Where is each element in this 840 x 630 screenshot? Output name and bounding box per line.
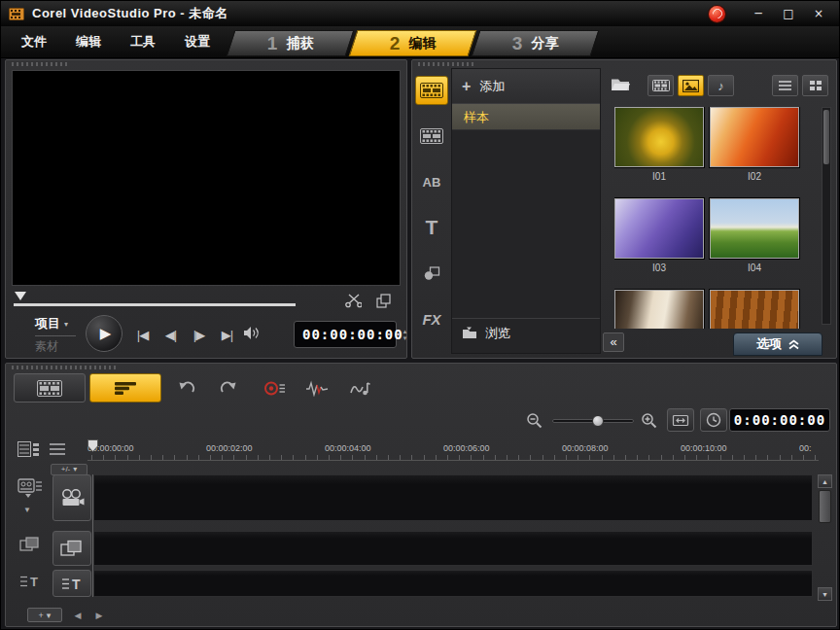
zoom-out-button[interactable] [521, 408, 546, 432]
enlarge-preview-button[interactable] [376, 294, 391, 308]
menu-edit[interactable]: 编辑 [61, 33, 116, 51]
clock-icon [706, 412, 721, 428]
title-track-lane[interactable] [93, 570, 813, 597]
corel-logo-icon [709, 6, 725, 22]
thumbnail-item[interactable]: I01 [614, 107, 704, 189]
menu-tools[interactable]: 工具 [116, 33, 170, 51]
scroll-right-button[interactable]: ▶ [91, 609, 107, 622]
zoom-slider[interactable] [552, 419, 634, 423]
transition-tab[interactable]: AB [415, 167, 448, 196]
timeline-ruler[interactable]: 00:00:00:00 00:00:02:00 00:00:04:00 00:0… [88, 439, 819, 461]
fit-to-window-icon [672, 413, 689, 428]
category-item-sample[interactable]: 样本 [452, 104, 600, 130]
menu-file[interactable]: 文件 [7, 33, 61, 51]
add-category-button[interactable]: + 添加 [452, 69, 600, 104]
play-button[interactable]: ▶ [86, 315, 122, 352]
maximize-button[interactable]: □ [776, 5, 801, 22]
filter-tab[interactable]: FX [415, 304, 448, 333]
gallery-scrollbar[interactable] [822, 107, 831, 325]
split-clip-button[interactable] [345, 294, 362, 308]
video-track-lane[interactable] [93, 474, 813, 521]
zoom-slider-handle[interactable] [592, 415, 604, 427]
zoom-out-icon [526, 412, 542, 429]
menu-settings[interactable]: 设置 [170, 33, 225, 51]
thumbnail-item-partial[interactable] [614, 290, 704, 329]
thumbnail-item[interactable]: I03 [614, 198, 704, 280]
timeline-timecode[interactable]: 0:00:00:00 [729, 408, 830, 432]
go-to-end-button[interactable]: ▶| [213, 324, 241, 345]
thumbnail-image-landscape[interactable] [710, 198, 799, 259]
media-library-tab[interactable] [415, 76, 448, 105]
redo-button[interactable] [210, 375, 245, 401]
next-frame-button[interactable]: |▶ [185, 324, 213, 345]
minimize-button[interactable]: ─ [746, 5, 771, 22]
zoom-in-button[interactable] [636, 408, 661, 432]
track-list-button[interactable] [49, 441, 66, 457]
photo-filter-button[interactable] [678, 75, 704, 96]
video-track-rail-button[interactable] [18, 478, 43, 500]
timeline-icon [114, 380, 137, 396]
video-track-header[interactable] [52, 474, 91, 521]
collapse-library-button[interactable]: « [603, 332, 624, 352]
timeline-scrollbar[interactable]: ▲ ▼ [818, 474, 832, 601]
graphic-tab[interactable] [415, 259, 448, 288]
overlay-track-lane[interactable] [93, 531, 813, 566]
title-tab[interactable]: T [415, 213, 448, 242]
timeline-view-button[interactable] [89, 373, 161, 402]
track-rail-chevron[interactable]: ▼ [23, 506, 31, 514]
overlay-track-rail-button[interactable] [19, 537, 41, 552]
gallery-scrollbar-thumb[interactable] [823, 110, 829, 164]
scroll-down-button[interactable]: ▼ [818, 587, 832, 601]
import-folder-button[interactable] [611, 77, 630, 91]
scrub-bar[interactable] [14, 303, 296, 306]
chevron-down-icon: ▾ [47, 610, 52, 621]
add-track-button[interactable]: + ▾ [27, 608, 62, 622]
audio-filter-button[interactable]: ♪ [708, 75, 734, 96]
sound-mixer-button[interactable] [299, 375, 334, 401]
auto-music-button[interactable] [342, 375, 377, 401]
tab-share[interactable]: 3 分享 [472, 30, 600, 56]
preview-timecode[interactable]: 00:00:00:00 ▴▾ [294, 321, 397, 348]
show-all-tracks-button[interactable] [18, 441, 39, 457]
overlay-track-header[interactable] [52, 531, 91, 566]
grid-view-button[interactable] [802, 75, 828, 96]
instant-project-tab[interactable] [415, 122, 448, 151]
timecode-spinner[interactable]: ▴▾ [403, 328, 407, 341]
thumbnail-item[interactable]: I04 [710, 198, 799, 280]
clip-mode-button[interactable]: 素材 [35, 338, 76, 355]
thumbnail-item[interactable]: I02 [710, 107, 799, 189]
project-mode-button[interactable]: 项目▾ [35, 315, 76, 332]
title-track-rail-button[interactable]: T [19, 574, 41, 589]
thumbnail-image-book[interactable] [614, 290, 704, 329]
library-category-list: + 添加 样本 浏览 [451, 68, 601, 354]
fit-project-button[interactable] [667, 408, 694, 432]
storyboard-view-button[interactable] [14, 373, 86, 402]
thumbnail-image-texture[interactable] [710, 290, 799, 329]
trim-marker[interactable] [15, 292, 26, 300]
scroll-up-button[interactable]: ▲ [818, 474, 832, 488]
close-button[interactable]: × [806, 5, 831, 22]
thumbnail-item-partial[interactable] [710, 290, 799, 329]
browse-button[interactable]: 浏览 [452, 318, 600, 347]
previous-frame-button[interactable]: ◀| [157, 324, 185, 345]
scroll-left-button[interactable]: ◀ [70, 609, 86, 622]
ruler-mode-button[interactable] [700, 408, 727, 432]
list-view-button[interactable] [772, 75, 798, 96]
title-track-header[interactable]: T [52, 570, 91, 597]
record-capture-button[interactable] [257, 375, 292, 401]
media-gallery: ♪ I01 I0 [603, 68, 834, 356]
tab-capture[interactable]: 1 捕获 [227, 30, 355, 56]
playback-controls: 项目▾ 素材 ▶ |◀ ◀| |▶ ▶| 00:00:00:00 ▴▾ [12, 313, 401, 356]
thumbnail-image-purple-abstract[interactable] [614, 198, 704, 259]
timeline-scrollbar-thumb[interactable] [819, 490, 831, 523]
undo-button[interactable] [169, 375, 204, 401]
tab-edit[interactable]: 2 编辑 [349, 30, 477, 56]
options-button[interactable]: 选项 [733, 332, 822, 356]
thumbnail-image-orange-abstract[interactable] [710, 107, 799, 167]
playhead-marker[interactable] [88, 439, 98, 452]
video-filter-button[interactable] [648, 75, 674, 96]
thumbnail-image-sunflower[interactable] [614, 107, 704, 167]
ruler-icons [18, 441, 66, 457]
volume-button[interactable] [243, 326, 262, 340]
go-to-start-button[interactable]: |◀ [128, 324, 157, 345]
